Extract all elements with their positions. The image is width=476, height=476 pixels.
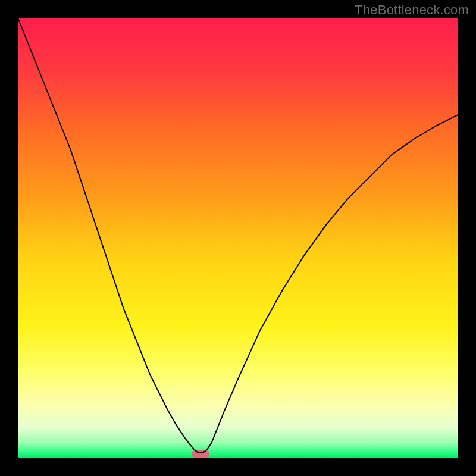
chart-frame: TheBottleneck.com: [0, 0, 476, 476]
watermark-text: TheBottleneck.com: [355, 2, 469, 18]
plot-area: [18, 18, 458, 458]
chart-svg: [18, 18, 458, 458]
gradient-background: [18, 18, 458, 458]
optimal-range-marker: [192, 450, 209, 458]
